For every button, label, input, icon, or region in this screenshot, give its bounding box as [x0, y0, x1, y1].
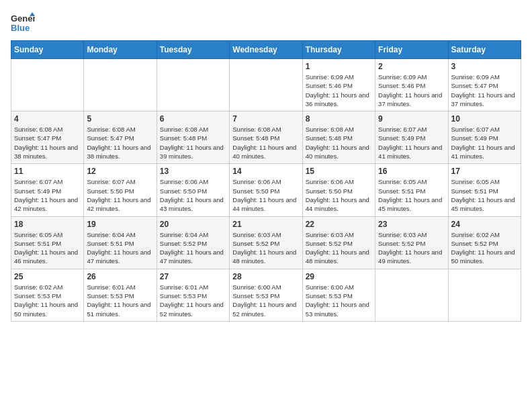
day-info: Sunrise: 6:07 AM Sunset: 5:50 PM Dayligh… [87, 177, 153, 213]
day-info: Sunrise: 6:08 AM Sunset: 5:47 PM Dayligh… [87, 125, 153, 161]
day-info: Sunrise: 6:01 AM Sunset: 5:53 PM Dayligh… [87, 283, 153, 318]
day-number: 17 [451, 167, 518, 176]
svg-text:Blue: Blue [11, 23, 30, 33]
calendar-cell: 3Sunrise: 6:09 AM Sunset: 5:47 PM Daylig… [448, 59, 521, 111]
calendar-cell: 10Sunrise: 6:07 AM Sunset: 5:49 PM Dayli… [448, 111, 521, 164]
calendar-cell: 19Sunrise: 6:04 AM Sunset: 5:51 PM Dayli… [84, 216, 157, 269]
day-info: Sunrise: 6:08 AM Sunset: 5:48 PM Dayligh… [160, 125, 226, 161]
calendar-cell: 27Sunrise: 6:01 AM Sunset: 5:53 PM Dayli… [157, 269, 229, 321]
day-number: 29 [306, 272, 372, 281]
header-day-tuesday: Tuesday [157, 41, 229, 59]
day-info: Sunrise: 6:02 AM Sunset: 5:52 PM Dayligh… [451, 230, 518, 266]
day-info: Sunrise: 6:07 AM Sunset: 5:49 PM Dayligh… [14, 177, 81, 213]
calendar-cell: 18Sunrise: 6:05 AM Sunset: 5:51 PM Dayli… [11, 216, 84, 269]
day-number: 1 [306, 62, 372, 71]
header-day-friday: Friday [375, 41, 448, 59]
day-number: 8 [306, 114, 372, 124]
day-number: 22 [306, 220, 372, 229]
day-info: Sunrise: 6:04 AM Sunset: 5:51 PM Dayligh… [87, 230, 153, 266]
day-number: 28 [232, 272, 299, 281]
calendar-week-row: 18Sunrise: 6:05 AM Sunset: 5:51 PM Dayli… [11, 216, 521, 269]
calendar-cell [375, 269, 448, 321]
day-info: Sunrise: 6:03 AM Sunset: 5:52 PM Dayligh… [232, 230, 299, 266]
day-number: 16 [378, 167, 445, 176]
calendar-cell: 16Sunrise: 6:05 AM Sunset: 5:51 PM Dayli… [375, 164, 448, 216]
calendar-cell: 13Sunrise: 6:06 AM Sunset: 5:50 PM Dayli… [157, 164, 229, 216]
day-info: Sunrise: 6:07 AM Sunset: 5:49 PM Dayligh… [451, 125, 518, 161]
day-number: 14 [232, 167, 299, 176]
calendar-cell: 17Sunrise: 6:05 AM Sunset: 5:51 PM Dayli… [448, 164, 521, 216]
calendar-cell: 23Sunrise: 6:03 AM Sunset: 5:52 PM Dayli… [375, 216, 448, 269]
calendar-table: SundayMondayTuesdayWednesdayThursdayFrid… [11, 40, 521, 322]
day-info: Sunrise: 6:08 AM Sunset: 5:47 PM Dayligh… [14, 125, 81, 161]
day-info: Sunrise: 6:09 AM Sunset: 5:47 PM Dayligh… [451, 73, 518, 108]
day-number: 10 [451, 114, 518, 124]
day-number: 19 [87, 220, 153, 229]
calendar-cell: 29Sunrise: 6:00 AM Sunset: 5:53 PM Dayli… [302, 269, 375, 321]
day-number: 2 [378, 62, 445, 71]
header-day-saturday: Saturday [448, 41, 521, 59]
calendar-cell: 22Sunrise: 6:03 AM Sunset: 5:52 PM Dayli… [302, 216, 375, 269]
day-info: Sunrise: 6:06 AM Sunset: 5:50 PM Dayligh… [306, 177, 372, 213]
calendar-cell: 9Sunrise: 6:07 AM Sunset: 5:49 PM Daylig… [375, 111, 448, 164]
day-number: 7 [232, 114, 299, 124]
day-info: Sunrise: 6:08 AM Sunset: 5:48 PM Dayligh… [232, 125, 299, 161]
header-day-sunday: Sunday [11, 41, 84, 59]
header: General Blue [11, 11, 521, 35]
day-number: 5 [87, 114, 153, 124]
calendar-cell: 12Sunrise: 6:07 AM Sunset: 5:50 PM Dayli… [84, 164, 157, 216]
calendar-cell: 25Sunrise: 6:02 AM Sunset: 5:53 PM Dayli… [11, 269, 84, 321]
day-info: Sunrise: 6:07 AM Sunset: 5:49 PM Dayligh… [378, 125, 445, 161]
calendar-cell: 2Sunrise: 6:09 AM Sunset: 5:46 PM Daylig… [375, 59, 448, 111]
calendar-header-row: SundayMondayTuesdayWednesdayThursdayFrid… [11, 41, 521, 59]
calendar-week-row: 1Sunrise: 6:09 AM Sunset: 5:46 PM Daylig… [11, 59, 521, 111]
day-number: 6 [160, 114, 226, 124]
calendar-week-row: 25Sunrise: 6:02 AM Sunset: 5:53 PM Dayli… [11, 269, 521, 321]
day-number: 13 [160, 167, 226, 176]
calendar-cell: 28Sunrise: 6:00 AM Sunset: 5:53 PM Dayli… [230, 269, 302, 321]
header-day-wednesday: Wednesday [230, 41, 302, 59]
day-info: Sunrise: 6:09 AM Sunset: 5:46 PM Dayligh… [378, 73, 445, 108]
calendar-cell [157, 59, 229, 111]
calendar-cell [84, 59, 157, 111]
day-number: 25 [14, 272, 81, 281]
day-info: Sunrise: 6:05 AM Sunset: 5:51 PM Dayligh… [378, 177, 445, 213]
day-info: Sunrise: 6:05 AM Sunset: 5:51 PM Dayligh… [14, 230, 81, 266]
calendar-week-row: 11Sunrise: 6:07 AM Sunset: 5:49 PM Dayli… [11, 164, 521, 216]
day-number: 21 [232, 220, 299, 229]
calendar-cell: 20Sunrise: 6:04 AM Sunset: 5:52 PM Dayli… [157, 216, 229, 269]
calendar-cell: 14Sunrise: 6:06 AM Sunset: 5:50 PM Dayli… [230, 164, 302, 216]
day-number: 9 [378, 114, 445, 124]
day-info: Sunrise: 6:02 AM Sunset: 5:53 PM Dayligh… [14, 283, 81, 318]
calendar-cell: 15Sunrise: 6:06 AM Sunset: 5:50 PM Dayli… [302, 164, 375, 216]
logo: General Blue [11, 11, 35, 35]
day-info: Sunrise: 6:06 AM Sunset: 5:50 PM Dayligh… [232, 177, 299, 213]
day-number: 20 [160, 220, 226, 229]
day-info: Sunrise: 6:06 AM Sunset: 5:50 PM Dayligh… [160, 177, 226, 213]
day-number: 4 [14, 114, 81, 124]
header-day-monday: Monday [84, 41, 157, 59]
calendar-cell: 4Sunrise: 6:08 AM Sunset: 5:47 PM Daylig… [11, 111, 84, 164]
day-info: Sunrise: 6:00 AM Sunset: 5:53 PM Dayligh… [232, 283, 299, 318]
day-info: Sunrise: 6:05 AM Sunset: 5:51 PM Dayligh… [451, 177, 518, 213]
calendar-cell: 7Sunrise: 6:08 AM Sunset: 5:48 PM Daylig… [230, 111, 302, 164]
day-info: Sunrise: 6:00 AM Sunset: 5:53 PM Dayligh… [306, 283, 372, 318]
calendar-cell: 1Sunrise: 6:09 AM Sunset: 5:46 PM Daylig… [302, 59, 375, 111]
day-number: 27 [160, 272, 226, 281]
day-info: Sunrise: 6:03 AM Sunset: 5:52 PM Dayligh… [306, 230, 372, 266]
day-number: 12 [87, 167, 153, 176]
header-day-thursday: Thursday [302, 41, 375, 59]
day-info: Sunrise: 6:04 AM Sunset: 5:52 PM Dayligh… [160, 230, 226, 266]
calendar-cell [448, 269, 521, 321]
day-number: 23 [378, 220, 445, 229]
day-number: 26 [87, 272, 153, 281]
day-info: Sunrise: 6:03 AM Sunset: 5:52 PM Dayligh… [378, 230, 445, 266]
calendar-cell [11, 59, 84, 111]
calendar-cell: 24Sunrise: 6:02 AM Sunset: 5:52 PM Dayli… [448, 216, 521, 269]
day-number: 18 [14, 220, 81, 229]
calendar-cell: 26Sunrise: 6:01 AM Sunset: 5:53 PM Dayli… [84, 269, 157, 321]
day-info: Sunrise: 6:09 AM Sunset: 5:46 PM Dayligh… [306, 73, 372, 108]
calendar-week-row: 4Sunrise: 6:08 AM Sunset: 5:47 PM Daylig… [11, 111, 521, 164]
calendar-cell: 5Sunrise: 6:08 AM Sunset: 5:47 PM Daylig… [84, 111, 157, 164]
day-number: 3 [451, 62, 518, 71]
